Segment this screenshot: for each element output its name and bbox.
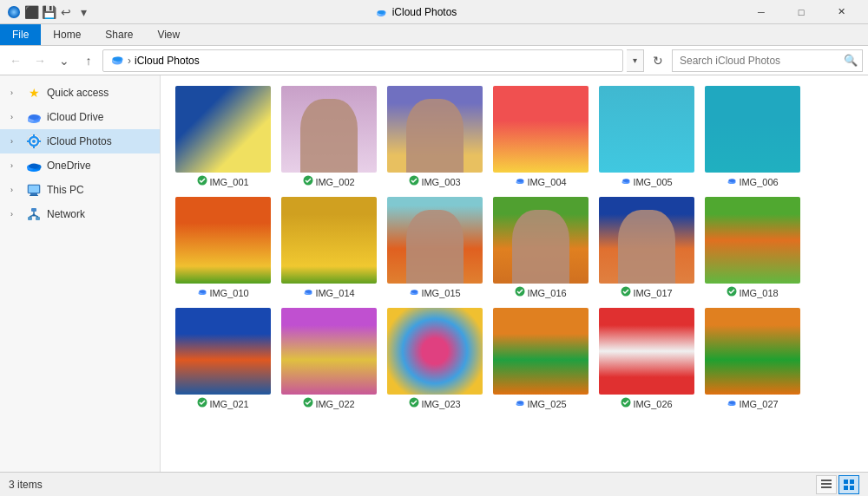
photo-item-img_018[interactable]: IMG_018 [700, 193, 805, 303]
photo-item-img_003[interactable]: IMG_003 [383, 82, 487, 192]
app-icon [7, 5, 21, 19]
svg-rect-25 [30, 193, 37, 195]
photo-label: IMG_005 [621, 175, 672, 188]
status-icon [409, 175, 419, 188]
photo-thumbnail [387, 86, 483, 173]
status-icon [303, 286, 313, 299]
svg-point-0 [8, 6, 20, 18]
photo-item-img_010[interactable]: IMG_010 [171, 193, 275, 303]
path-separator: › [128, 55, 131, 67]
photo-grid: IMG_001IMG_002IMG_003IMG_004IMG_005IMG_0… [171, 82, 858, 414]
window-controls[interactable]: ─ □ ✕ [741, 0, 861, 24]
status-icon [409, 286, 419, 299]
save-icon[interactable]: 💾 [42, 5, 56, 19]
chevron-right-icon: › [10, 161, 21, 170]
quick-access-icon[interactable]: ⬛ [24, 5, 38, 19]
details-view-button[interactable] [816, 475, 837, 494]
photo-name: IMG_010 [209, 288, 248, 298]
svg-point-53 [200, 290, 206, 293]
photo-thumbnail [387, 308, 483, 395]
sidebar-item-onedrive[interactable]: › OneDrive [0, 153, 160, 178]
photo-item-img_022[interactable]: IMG_022 [277, 304, 381, 414]
photo-name: IMG_005 [633, 177, 672, 187]
photo-name: IMG_025 [527, 399, 566, 409]
photo-label: IMG_016 [515, 286, 566, 299]
svg-rect-82 [844, 486, 848, 490]
sidebar-item-quick-access[interactable]: › ★ Quick access [0, 81, 160, 105]
photo-label: IMG_015 [409, 286, 460, 299]
photo-item-img_021[interactable]: IMG_021 [171, 304, 275, 414]
photo-item-img_023[interactable]: IMG_023 [383, 304, 487, 414]
large-icons-view-button[interactable] [838, 475, 859, 494]
address-path[interactable]: › iCloud Photos [102, 49, 623, 72]
status-icon [727, 175, 737, 188]
photo-label: IMG_001 [197, 175, 248, 188]
status-icon [621, 286, 631, 299]
address-bar: ← → ⌄ ↑ › iCloud Photos ▾ ↻ 🔍 [0, 46, 868, 75]
photo-item-img_002[interactable]: IMG_002 [277, 82, 381, 192]
photo-thumbnail [705, 86, 800, 173]
tab-file[interactable]: File [0, 24, 41, 45]
photo-item-img_001[interactable]: IMG_001 [171, 82, 275, 192]
up-button[interactable]: ↑ [78, 50, 99, 71]
photo-item-img_025[interactable]: IMG_025 [489, 304, 593, 414]
photo-label: IMG_022 [303, 397, 354, 410]
photo-name: IMG_014 [315, 288, 354, 298]
photo-thumbnail [175, 86, 271, 173]
tab-view[interactable]: View [145, 24, 192, 45]
photo-item-img_026[interactable]: IMG_026 [595, 304, 699, 414]
photo-item-img_005[interactable]: IMG_005 [595, 82, 699, 192]
recent-locations-button[interactable]: ⌄ [54, 50, 75, 71]
photo-item-img_014[interactable]: IMG_014 [277, 193, 381, 303]
svg-rect-80 [844, 480, 848, 484]
photo-thumbnail [493, 308, 589, 395]
svg-rect-77 [821, 480, 832, 481]
photo-name: IMG_016 [527, 288, 566, 298]
tab-home[interactable]: Home [41, 24, 93, 45]
photo-label: IMG_003 [409, 175, 460, 188]
photo-thumbnail [599, 86, 694, 173]
chevron-right-icon: › [10, 113, 21, 121]
dropdown-icon[interactable]: ▾ [76, 5, 90, 19]
sidebar-label-quick-access: Quick access [47, 87, 108, 99]
forward-button[interactable]: → [30, 50, 50, 71]
minimize-button[interactable]: ─ [741, 0, 781, 24]
svg-point-71 [517, 401, 523, 404]
photo-item-img_015[interactable]: IMG_015 [383, 193, 487, 303]
photo-item-img_027[interactable]: IMG_027 [700, 304, 805, 414]
status-bar: 3 items [0, 472, 868, 496]
photo-item-img_016[interactable]: IMG_016 [489, 193, 593, 303]
photo-item-img_006[interactable]: IMG_006 [700, 82, 805, 192]
item-count: 3 items [9, 479, 43, 491]
close-button[interactable]: ✕ [821, 0, 861, 24]
undo-icon[interactable]: ↩ [59, 5, 73, 19]
sidebar-item-icloud-photos[interactable]: › iCloud Photos [0, 129, 160, 153]
photo-thumbnail [175, 308, 271, 395]
photo-item-img_017[interactable]: IMG_017 [595, 193, 699, 303]
svg-point-45 [623, 179, 629, 182]
maximize-button[interactable]: □ [781, 0, 821, 24]
photo-item-img_004[interactable]: IMG_004 [489, 82, 593, 192]
search-input[interactable] [673, 50, 839, 71]
sidebar-item-icloud-drive[interactable]: › iCloud Drive [0, 105, 160, 129]
search-icon[interactable]: 🔍 [839, 49, 862, 72]
back-button[interactable]: ← [5, 50, 26, 71]
status-icon [197, 397, 207, 410]
svg-rect-81 [850, 480, 854, 484]
photo-name: IMG_017 [633, 288, 672, 298]
photo-name: IMG_004 [527, 177, 566, 187]
svg-point-34 [33, 214, 36, 217]
photo-thumbnail [175, 197, 271, 284]
address-dropdown-button[interactable]: ▾ [627, 49, 644, 72]
svg-point-76 [729, 401, 735, 404]
status-icon [197, 175, 207, 188]
sidebar-label-onedrive: OneDrive [47, 160, 91, 172]
tab-share[interactable]: Share [93, 24, 145, 45]
photo-thumbnail [705, 197, 800, 284]
sidebar-item-network[interactable]: › Network [0, 202, 160, 226]
photo-name: IMG_022 [315, 399, 354, 409]
sidebar-item-this-pc[interactable]: › This PC [0, 178, 160, 202]
photo-thumbnail [387, 197, 483, 284]
refresh-button[interactable]: ↻ [648, 50, 668, 71]
title-bar-icons: ⬛ 💾 ↩ ▾ [7, 5, 90, 19]
